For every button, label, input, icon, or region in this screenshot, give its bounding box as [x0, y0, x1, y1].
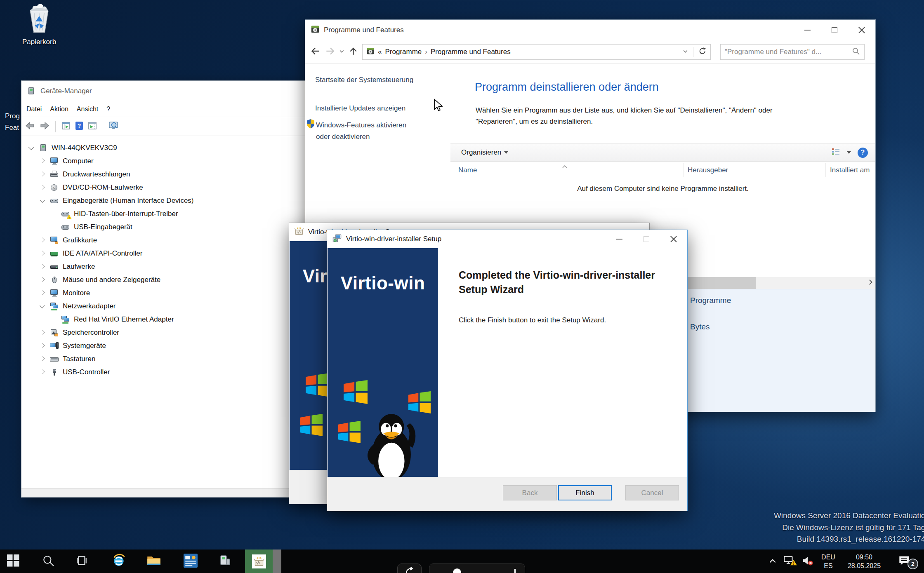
column-divider[interactable]: [683, 163, 684, 177]
msi-installer-icon: [332, 233, 342, 245]
chevron-right-icon[interactable]: [38, 183, 47, 192]
chevron-right-icon[interactable]: [38, 289, 47, 298]
chevron-right-icon[interactable]: [38, 368, 47, 377]
volume-muted-icon[interactable]: [801, 555, 814, 568]
tree-item-label: Monitore: [61, 289, 90, 297]
uac-shield-icon: [306, 119, 315, 130]
view-options-caret-icon[interactable]: [847, 151, 851, 154]
back-button[interactable]: Back: [503, 485, 557, 500]
language-indicator[interactable]: DEU ES: [819, 553, 838, 570]
redo-arrow-icon: [404, 566, 415, 573]
column-header-publisher[interactable]: Herausgeber: [688, 166, 728, 174]
organize-caret-icon: [504, 151, 508, 154]
finish-button[interactable]: Finish: [558, 485, 612, 500]
scan-hardware-changes-icon[interactable]: [108, 121, 119, 132]
column-divider[interactable]: [825, 163, 826, 177]
file-explorer-icon[interactable]: [146, 554, 161, 568]
overlay-share-button[interactable]: [397, 564, 422, 573]
chevron-down-icon[interactable]: [38, 302, 47, 311]
breadcrumb-item-programme[interactable]: Programme: [385, 48, 422, 56]
nav-up-icon[interactable]: [348, 46, 358, 58]
address-bar[interactable]: « Programme › Programme und Features: [362, 44, 711, 60]
back-arrow-icon[interactable]: [25, 121, 35, 132]
scrollbar-right-arrow-icon[interactable]: [867, 279, 872, 285]
nav-link-control-panel-home[interactable]: Startseite der Systemsteuerung: [315, 76, 413, 84]
nav-link-windows-features-line2[interactable]: oder deaktivieren: [316, 133, 370, 141]
tray-chevron-up-icon[interactable]: [769, 558, 776, 565]
breadcrumb-item-programme-und-features[interactable]: Programme und Features: [431, 48, 511, 56]
column-header-installed-on[interactable]: Installiert am: [830, 166, 870, 174]
tree-item-label: Tastaturen: [61, 355, 95, 363]
overlay-pill[interactable]: [429, 564, 525, 573]
record-dot-icon[interactable]: [453, 568, 461, 573]
nav-forward-icon[interactable]: [325, 46, 335, 58]
clock[interactable]: 09:50 28.05.2025: [842, 553, 887, 570]
chevron-down-icon[interactable]: [38, 196, 47, 205]
menu-aktion[interactable]: Aktion: [50, 106, 68, 113]
chevron-right-icon[interactable]: [38, 236, 47, 245]
partial-label-line1: Prog: [5, 110, 20, 122]
chevron-right-icon[interactable]: [38, 355, 47, 364]
task-view-icon[interactable]: [75, 554, 88, 568]
chevron-right-icon[interactable]: [38, 275, 47, 284]
forward-arrow-icon[interactable]: [39, 121, 50, 132]
show-console-tree-icon[interactable]: [61, 121, 71, 132]
notification-count-badge: 2: [908, 559, 918, 569]
maximize-button[interactable]: [821, 20, 848, 40]
chevron-right-icon[interactable]: [38, 328, 47, 337]
svg-text:?: ?: [78, 122, 81, 129]
server-manager-icon[interactable]: [184, 554, 198, 569]
partial-desktop-shortcut-label[interactable]: Prog Feat: [5, 110, 20, 134]
refresh-icon[interactable]: [698, 47, 707, 57]
chevron-right-icon[interactable]: [38, 170, 47, 179]
minimize-button[interactable]: [794, 20, 821, 40]
properties-icon[interactable]: [87, 121, 97, 132]
menu-ansicht[interactable]: Ansicht: [77, 106, 98, 113]
menu-hilfe[interactable]: ?: [106, 106, 110, 113]
close-button[interactable]: [848, 20, 875, 40]
description-line1: Wählen Sie ein Programm aus der Liste au…: [476, 105, 773, 116]
close-button[interactable]: [660, 230, 687, 248]
chevron-right-icon[interactable]: [38, 249, 47, 258]
tree-item-label: USB-Eingabegerät: [73, 223, 132, 231]
pc-icon: [38, 143, 48, 153]
address-dropdown-chevron-icon[interactable]: [683, 48, 688, 56]
organize-button[interactable]: Organisieren: [461, 148, 508, 157]
nav-back-icon[interactable]: [310, 46, 321, 58]
wizard-banner: Virtio-win: [328, 248, 438, 478]
monitor-icon: [50, 289, 59, 298]
column-header-name[interactable]: Name: [458, 166, 477, 174]
programs-titlebar[interactable]: Programme und Features: [305, 20, 875, 40]
windows-flag-icon: [306, 373, 330, 397]
tree-spacer: [49, 223, 59, 232]
chevron-right-icon[interactable]: [38, 262, 47, 271]
search-input[interactable]: "Programme und Features" d...: [720, 44, 865, 60]
hid-icon: [50, 196, 59, 205]
view-options-icon[interactable]: [831, 148, 840, 157]
search-taskbar-icon[interactable]: [42, 554, 54, 568]
internet-explorer-icon[interactable]: [111, 553, 126, 570]
chevron-right-icon[interactable]: [38, 157, 47, 166]
nav-link-windows-features-line1[interactable]: Windows-Features aktivieren: [316, 121, 406, 129]
menu-datei[interactable]: Datei: [26, 106, 42, 113]
wizard-heading-line1: Completed the Virtio-win-driver-installe…: [459, 268, 655, 282]
help-icon[interactable]: ?: [858, 148, 868, 158]
nav-link-installed-updates[interactable]: Installierte Updates anzeigen: [315, 104, 405, 113]
recycle-bin-icon: [23, 2, 55, 35]
device-manager-taskbar-icon[interactable]: [218, 554, 231, 569]
minimize-button[interactable]: [606, 230, 633, 248]
start-button[interactable]: [7, 554, 19, 568]
help-toolbar-icon[interactable]: ?: [75, 121, 84, 132]
recycle-bin-shortcut[interactable]: Papierkorb: [12, 2, 66, 46]
active-installer-taskbar-button[interactable]: [245, 550, 281, 573]
hid-icon: [61, 223, 71, 232]
chevron-right-icon[interactable]: [38, 341, 47, 350]
cancel-button[interactable]: Cancel: [625, 485, 679, 500]
breadcrumb-overflow[interactable]: «: [378, 48, 382, 56]
chevron-down-icon[interactable]: [26, 143, 36, 153]
recycle-bin-label: Papierkorb: [12, 38, 66, 46]
network-warning-icon[interactable]: !: [783, 555, 797, 568]
search-icon[interactable]: [852, 47, 860, 57]
nav-history-chevron-icon[interactable]: [339, 48, 344, 56]
wizard-brand: Virtio-win: [328, 273, 438, 294]
